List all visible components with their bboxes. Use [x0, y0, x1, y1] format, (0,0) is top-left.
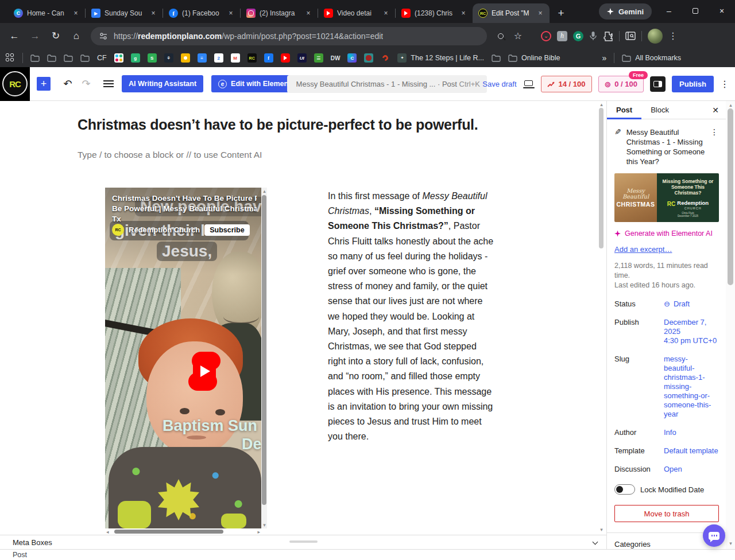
steps-favicon[interactable]: ✦ — [397, 53, 407, 63]
channel-avatar[interactable]: RC — [112, 224, 124, 236]
video-horizontal-scrollbar[interactable]: ◂ ▸ — [105, 528, 261, 535]
home-button[interactable]: ⌂ — [68, 28, 85, 45]
ui-icon[interactable]: UI — [297, 53, 307, 63]
tab-post[interactable]: Post — [607, 101, 641, 119]
scrollbar-thumb[interactable] — [728, 108, 733, 285]
new-tab-button[interactable]: + — [553, 5, 569, 21]
forward-button[interactable]: → — [26, 28, 44, 45]
discussion-value[interactable]: Open — [664, 465, 682, 474]
paragraph-block[interactable]: In this first message of Messy Beautiful… — [328, 189, 494, 444]
featured-image[interactable]: Messy Beautiful CHRISTMAS Missing Someth… — [614, 173, 719, 222]
post-actions-icon[interactable]: ⋮ — [710, 127, 718, 166]
block-appender-placeholder[interactable]: Type / to choose a block or // to use Co… — [78, 150, 262, 160]
h-extension-icon[interactable]: h — [557, 31, 567, 41]
bookmarks-overflow-chevron[interactable]: » — [602, 53, 606, 63]
post-title-field[interactable]: Christmas doesn’t have to be picture-per… — [78, 116, 502, 133]
bookmark-folder-icon[interactable] — [30, 54, 40, 62]
tab-facebook[interactable]: f (1) Faceboo × — [163, 3, 240, 23]
tab-close-icon[interactable]: × — [304, 9, 313, 18]
gemini-button[interactable]: Gemini — [599, 3, 652, 20]
scroll-up-icon[interactable]: ▴ — [598, 102, 605, 107]
preview-device-icon[interactable] — [523, 80, 535, 89]
publish-date-value[interactable]: December 7, 20254:30 pm UTC+0 — [664, 318, 718, 345]
subscribe-button[interactable]: Subscribe — [204, 224, 249, 236]
editor-scrollbar[interactable]: ▴ ▾ — [598, 101, 605, 535]
content-ai-score[interactable]: ⊚ 0 / 100 Free — [598, 76, 644, 92]
bookmark-folder-icon[interactable] — [47, 54, 56, 62]
slack-icon[interactable] — [114, 53, 123, 63]
template-value[interactable]: Default template — [664, 446, 718, 456]
scrollbar-thumb[interactable] — [599, 108, 604, 248]
youtube-embed-block[interactable]: New people hav given their life to Jesus… — [105, 188, 267, 535]
grammarly-extension-icon[interactable]: G — [573, 31, 583, 41]
planning-center-icon[interactable]: ⚘ — [164, 53, 173, 63]
meta-boxes-panel[interactable]: Meta Boxes — [0, 535, 606, 549]
lock-modified-date-toggle[interactable] — [614, 484, 635, 495]
bookmark-star-icon[interactable]: ☆ — [512, 30, 524, 42]
red-hook-icon[interactable] — [381, 53, 390, 63]
microphone-icon[interactable] — [589, 31, 597, 41]
tab-youtube-chris[interactable]: (1238) Chris × — [396, 3, 473, 23]
canva-bookmark-icon[interactable]: C — [347, 53, 357, 63]
block-inserter-button[interactable]: + — [37, 77, 51, 91]
site-settings-icon[interactable] — [99, 32, 108, 41]
all-bookmarks-folder-icon[interactable] — [622, 54, 631, 62]
scroll-right-icon[interactable]: ▸ — [257, 529, 260, 535]
scroll-down-icon[interactable]: ▾ — [261, 522, 268, 528]
scrollbar-thumb[interactable] — [262, 195, 266, 505]
scroll-up-icon[interactable]: ▴ — [261, 188, 268, 194]
settings-sidebar-toggle[interactable] — [650, 76, 666, 92]
google-calendar-icon[interactable]: 2 — [214, 53, 223, 63]
bookmark-dw[interactable]: DW — [331, 55, 341, 61]
tab-block[interactable]: Block — [641, 101, 678, 119]
close-window-button[interactable]: × — [709, 0, 735, 22]
tab-close-icon[interactable]: × — [226, 9, 235, 18]
youtube-shorts-play-icon[interactable] — [188, 352, 220, 391]
minimize-button[interactable]: – — [656, 0, 682, 22]
slug-value[interactable]: messy-beautiful-christmas-1-missing-some… — [664, 355, 718, 419]
tab-edit-post-active[interactable]: RC Edit Post "M × — [473, 3, 550, 23]
bookmark-folder-icon[interactable] — [508, 54, 517, 62]
meta-boxes-scroll-pill[interactable] — [289, 540, 318, 543]
youtube-bookmark-icon[interactable] — [281, 53, 290, 63]
generate-with-elementor-ai-link[interactable]: Generate with Elementor AI — [614, 230, 718, 238]
move-to-trash-button[interactable]: Move to trash — [614, 505, 719, 522]
tab-sunday-video[interactable]: ▶ Sunday Sou × — [86, 3, 163, 23]
ai-writing-assistant-button[interactable]: AI Writing Assistant — [122, 75, 203, 92]
video-vertical-scrollbar[interactable]: ▴ ▾ — [261, 188, 267, 528]
tab-close-icon[interactable]: × — [536, 9, 545, 18]
tab-close-icon[interactable]: × — [459, 9, 468, 18]
tab-close-icon[interactable]: × — [71, 9, 80, 18]
reload-button[interactable]: ↻ — [47, 28, 64, 45]
pocket-extension-icon[interactable]: ⌄ — [541, 31, 551, 41]
bookmark-online-bible[interactable]: Online Bible — [521, 54, 560, 62]
channel-name[interactable]: Redemption Church — [129, 225, 200, 234]
back-button[interactable]: ← — [6, 28, 23, 45]
bookmark-12-steps[interactable]: The 12 Steps | Life R... — [411, 54, 484, 62]
maximize-button[interactable] — [682, 0, 709, 22]
google-keep-icon[interactable] — [181, 53, 190, 63]
rank-math-seo-score[interactable]: 14 / 100 — [541, 76, 592, 92]
save-draft-button[interactable]: Save draft — [482, 80, 516, 88]
sidebar-scrollbar[interactable]: ▴ ▾ — [726, 101, 735, 549]
status-value[interactable]: ⊖Draft — [664, 300, 690, 309]
subsplash-icon[interactable]: S — [148, 53, 157, 63]
undo-button[interactable]: ↶ — [59, 75, 77, 93]
redo-button[interactable]: ↷ — [77, 75, 95, 93]
gmail-icon[interactable]: M — [231, 53, 240, 63]
apps-grid-icon[interactable] — [6, 53, 15, 63]
gloo-icon[interactable]: g — [131, 53, 140, 63]
lock-icon[interactable] — [364, 53, 373, 63]
command-palette[interactable]: Messy Beautiful Christmas - 1 - Missing … — [287, 75, 487, 93]
youtube-video-player[interactable]: New people hav given their life to Jesus… — [105, 188, 261, 528]
tab-video-details[interactable]: Video detai × — [318, 3, 395, 23]
extensions-puzzle-icon[interactable] — [603, 31, 613, 41]
chevron-down-icon[interactable] — [593, 539, 598, 545]
wp-admin-logo-button[interactable]: RC — [0, 67, 30, 101]
redemption-church-bookmark-icon[interactable]: RC — [247, 53, 257, 63]
profile-avatar[interactable] — [648, 29, 663, 44]
bookmark-cf[interactable]: CF — [97, 54, 107, 62]
scrollbar-thumb[interactable] — [114, 530, 223, 534]
search-sidebar-icon[interactable] — [625, 32, 636, 41]
zoom-indicator-icon[interactable] — [495, 30, 506, 42]
